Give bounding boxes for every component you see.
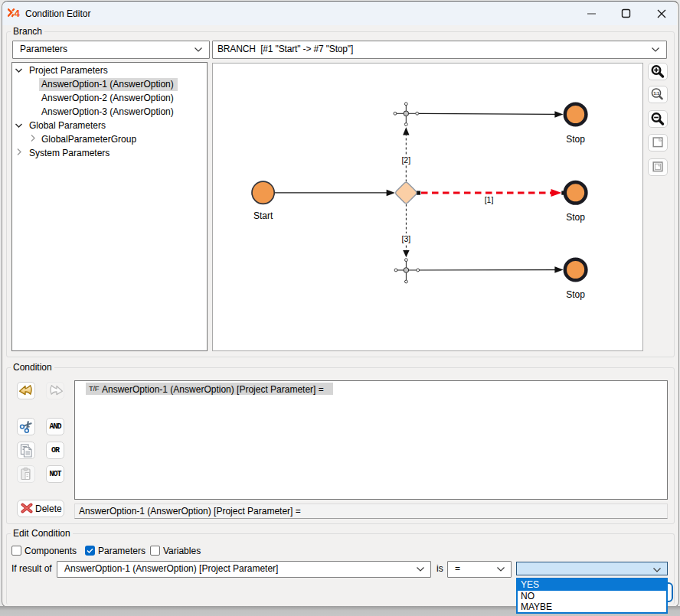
svg-text:[3]: [3] xyxy=(402,234,411,243)
svg-text:[1]: [1] xyxy=(485,195,494,204)
svg-text:1:1: 1:1 xyxy=(653,90,660,96)
svg-text:4: 4 xyxy=(15,8,21,18)
svg-text:[2]: [2] xyxy=(401,155,410,165)
svg-text:Stop: Stop xyxy=(566,212,585,223)
svg-text:Stop: Stop xyxy=(566,289,585,300)
svg-text:Start: Start xyxy=(253,210,273,221)
svg-text:Stop: Stop xyxy=(566,134,585,145)
